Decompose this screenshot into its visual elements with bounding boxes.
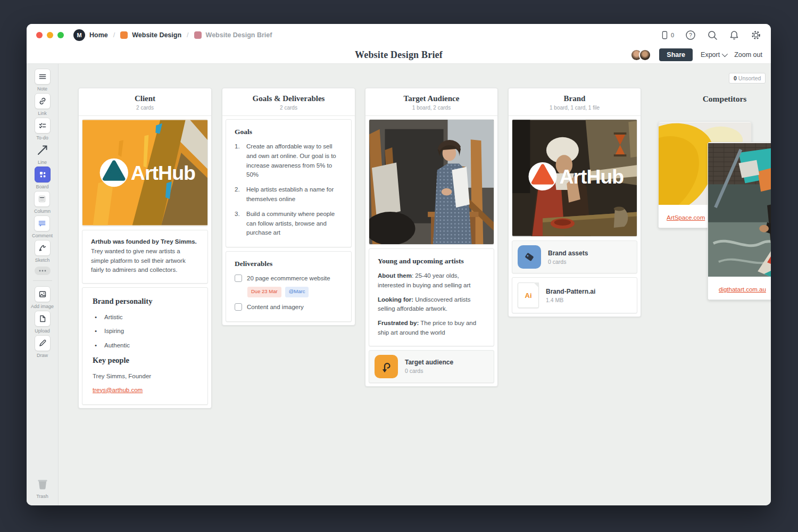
zoom-out-button[interactable]: Zoom out (734, 51, 762, 59)
milanote-logo-icon[interactable]: M (73, 29, 85, 41)
column-count: 2 cards (84, 105, 206, 111)
breadcrumb-separator: / (113, 31, 115, 39)
column-header[interactable]: Client 2 cards (79, 88, 211, 116)
mobile-device-button[interactable]: 0 (660, 30, 674, 40)
column-header[interactable]: Brand 1 board, 1 card, 1 file (509, 88, 641, 116)
column-count: 1 board, 1 card, 1 file (514, 105, 635, 111)
section-title-competitors[interactable]: Competitors (666, 94, 771, 104)
maximize-window-button[interactable] (57, 32, 64, 38)
tool-column[interactable]: Column (34, 191, 51, 214)
image-card-artist-studio[interactable] (369, 119, 494, 245)
todo-card-deliverables[interactable]: Deliverables 20 page ecommmerce website … (226, 251, 352, 321)
column-header[interactable]: Target Audience 1 board, 2 cards (365, 88, 497, 116)
bullet-item: •Ispiring (95, 327, 197, 336)
help-icon[interactable]: ? (685, 30, 696, 40)
close-window-button[interactable] (36, 32, 43, 38)
tool-comment[interactable]: Comment (32, 215, 53, 238)
board-thumbnail-icon (375, 355, 398, 378)
competitor-link[interactable]: ArtSpace.com (667, 214, 705, 221)
sidebar-divider (33, 280, 52, 281)
tool-label: To-do (36, 135, 48, 140)
tool-label: Line (38, 160, 47, 165)
trash-icon (36, 477, 49, 491)
export-menu-button[interactable]: Export (701, 51, 726, 59)
column-brand[interactable]: Brand 1 board, 1 card, 1 file (508, 88, 641, 317)
tool-draw[interactable]: Draw (35, 335, 51, 358)
tool-label: Board (36, 184, 48, 189)
tool-sketch[interactable]: Sketch (35, 240, 51, 263)
tool-label: Upload (35, 328, 50, 334)
persona-paragraph: About them: 25-40 year olds, interested … (378, 271, 485, 290)
add-image-icon (38, 290, 47, 298)
tool-label: Note (37, 86, 47, 92)
unsorted-label: Unsorted (738, 75, 761, 81)
breadcrumb-current[interactable]: Website Design Brief (206, 31, 272, 39)
board-card-target-audience[interactable]: Target audience 0 cards (369, 350, 494, 383)
link-card-digthatart[interactable]: digthatart.com.au (708, 142, 771, 300)
file-fold-corner (534, 282, 539, 288)
tool-label: Link (38, 111, 47, 116)
todo-checkbox[interactable] (235, 275, 242, 282)
column-header[interactable]: Goals & Deliverables 2 cards (222, 88, 355, 116)
tool-line[interactable]: Line (35, 142, 51, 165)
tool-upload[interactable]: Upload (35, 311, 51, 334)
column-target-audience[interactable]: Target Audience 1 board, 2 cards (365, 88, 498, 387)
more-tools-button[interactable] (35, 267, 51, 275)
window-controls[interactable] (36, 32, 64, 38)
share-button[interactable]: Share (659, 48, 693, 61)
email-link[interactable]: treys@arthub.com (93, 387, 143, 393)
chevron-down-icon (722, 51, 728, 57)
tool-link[interactable]: Link (35, 93, 51, 116)
tool-board[interactable]: Board (35, 167, 51, 189)
note-heading: Goals (235, 127, 343, 138)
tool-label: Comment (32, 233, 53, 238)
todo-label: 20 page ecommmerce website (247, 274, 330, 284)
note-card-client-intro[interactable]: Arthub was founded by Trey Simms. Trey w… (82, 230, 208, 284)
breadcrumb-project[interactable]: Website Design (132, 31, 181, 39)
todo-checkbox[interactable] (235, 303, 242, 311)
note-card-audience-persona[interactable]: Young and upcoming artists About them: 2… (369, 248, 494, 346)
tool-label: Column (34, 209, 51, 214)
column-goals-deliverables[interactable]: Goals & Deliverables 2 cards Goals 1.Cre… (222, 88, 355, 326)
search-icon[interactable] (707, 30, 718, 40)
hook-arrow-icon (379, 360, 393, 373)
image-card-brand-painting[interactable]: ArtHub (512, 119, 637, 237)
note-card-brand-personality[interactable]: Brand personality •Artistic •Ispiring •A… (82, 287, 208, 405)
board-card-brand-assets[interactable]: Brand assets 0 cards (512, 240, 637, 273)
bullet-item: •Authentic (95, 341, 197, 350)
digthatart-preview-image (708, 143, 771, 277)
tool-todo[interactable]: To-do (35, 118, 51, 140)
board-canvas[interactable]: 0Unsorted Client 2 cards (59, 64, 771, 505)
breadcrumb-home[interactable]: Home (89, 31, 108, 39)
minimize-window-button[interactable] (47, 32, 53, 38)
tool-sidebar: Note Link To-do Line Board Column (27, 64, 59, 505)
column-client[interactable]: Client 2 cards (78, 88, 212, 409)
file-card-brand-pattern[interactable]: Ai Brand-Pattern.ai 1.4 MB (512, 277, 637, 313)
due-date-tag[interactable]: Due 23 Mar (247, 287, 281, 297)
sketch-icon (38, 244, 47, 252)
tool-add-image[interactable]: Add image (31, 286, 54, 309)
brand-painting-image: ArtHub (512, 120, 637, 236)
settings-gear-icon[interactable] (751, 30, 761, 40)
arthub-logo-text: ArtHub (131, 162, 195, 184)
tool-note[interactable]: Note (35, 69, 51, 92)
assignee-tag[interactable]: @Marc (285, 287, 309, 297)
avatar[interactable] (639, 49, 651, 61)
image-card-arthub-logo[interactable]: ArtHub (82, 119, 208, 226)
line-arrow-icon (36, 144, 49, 156)
todo-icon (38, 121, 47, 130)
collaborator-avatars[interactable] (630, 49, 651, 61)
link-icon (38, 97, 47, 105)
column-title: Goals & Deliverables (228, 94, 350, 103)
column-title: Client (84, 94, 206, 103)
note-icon (38, 72, 47, 81)
unsorted-badge[interactable]: 0Unsorted (729, 73, 766, 84)
artist-studio-image (369, 120, 494, 244)
board-thumbnail-icon (518, 245, 541, 269)
trash-dropzone[interactable]: Trash (35, 476, 51, 499)
notifications-bell-icon[interactable] (729, 30, 739, 40)
competitor-link[interactable]: digthatart.com.au (719, 286, 766, 293)
note-card-goals[interactable]: Goals 1.Create an affordable way to sell… (226, 119, 352, 247)
arthub-paint-image: ArtHub (82, 120, 208, 226)
board-icon (38, 170, 47, 179)
